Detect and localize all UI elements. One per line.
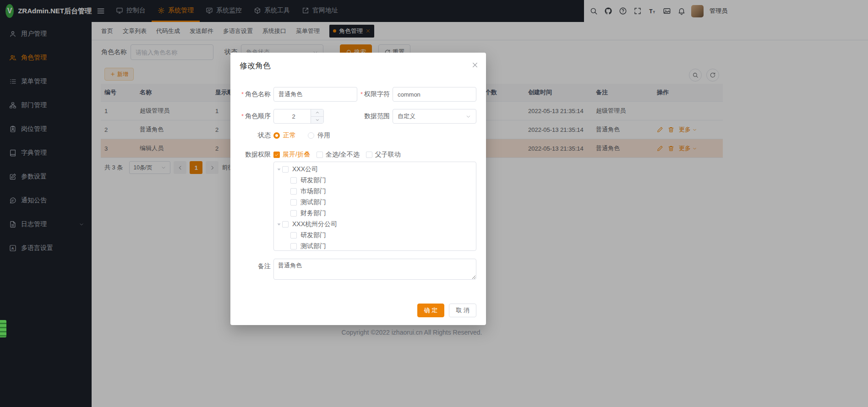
close-dialog-icon[interactable] [471,61,479,69]
status-label: 状态 [230,131,271,140]
edit-role-dialog: 修改角色 *角色名称 *权限字符 *角色顺序 数据范围 自定义 [230,53,486,325]
perm-char-label: *权限字符 [357,90,390,98]
data-perm-checkbox-expand-collapse[interactable]: 展开/折叠 [273,151,310,159]
data-scope-value: 自定义 [398,112,415,120]
perm-char-input[interactable] [393,87,476,102]
remark-textarea[interactable]: 普通角色 [273,259,476,280]
checkbox-icon [317,152,323,158]
data-scope-select[interactable]: 自定义 [393,109,476,124]
tree-node-label: 市场部门 [300,187,326,195]
increase-button[interactable] [311,109,323,117]
role-name-input[interactable] [273,87,357,102]
required-asterisk: * [360,91,363,98]
tree-node-label: 研发部门 [300,176,326,185]
tree-node-label: XXX公司 [292,165,318,174]
checkbox-icon [273,152,280,158]
dialog-header: 修改角色 [240,60,479,71]
tree-checkbox[interactable] [290,188,297,195]
tree-node-label: XXX杭州分公司 [292,220,337,228]
role-name-label: *角色名称 [230,90,271,98]
caret-down-icon[interactable] [276,221,282,228]
chevron-down-icon [465,114,471,119]
app-root: V ZRAdmin.NET后台管理 用户管理角色管理菜单管理部门管理岗位管理字典… [0,0,868,407]
tree-node[interactable]: 研发部门 [274,230,476,241]
data-perm-checkbox-parent-child[interactable]: 父子联动 [366,151,401,159]
radio-icon [273,132,280,139]
required-asterisk: * [241,91,244,98]
tree-checkbox[interactable] [290,177,297,184]
chevron-down-icon [315,118,320,122]
role-order-label: *角色顺序 [230,112,271,120]
data-perm-options: 展开/折叠全选/全不选父子联动 [273,151,407,159]
corner-widget-badge[interactable] [0,320,6,337]
status-radio-normal[interactable]: 正常 [273,131,296,140]
checkbox-icon [366,152,372,158]
stepper-buttons [311,109,323,123]
tree-node[interactable]: XXX公司 [274,164,476,175]
required-asterisk: * [241,113,244,119]
radio-icon [308,132,314,139]
status-radio-disabled[interactable]: 停用 [308,131,330,140]
tree-checkbox[interactable] [290,232,297,239]
chevron-up-icon [315,110,320,115]
tree-node-label: 研发部门 [300,231,326,239]
tree-node[interactable]: 研发部门 [274,175,476,186]
cancel-button[interactable]: 取 消 [449,304,476,317]
tree-node[interactable]: 财务部门 [274,208,476,219]
caret-down-icon[interactable] [276,166,282,173]
tree-node-label: 测试部门 [300,242,326,250]
tree-node[interactable]: XXX杭州分公司 [274,219,476,230]
tree-checkbox[interactable] [290,243,297,250]
tree-checkbox[interactable] [290,210,297,217]
tree-node[interactable]: 测试部门 [274,197,476,208]
status-radio-group: 正常停用 [273,131,342,140]
tree-checkbox[interactable] [290,199,297,206]
dialog-footer: 确 定 取 消 [417,304,476,317]
confirm-button[interactable]: 确 定 [417,304,445,317]
decrease-button[interactable] [311,117,323,124]
tree-node[interactable]: 市场部门 [274,186,476,197]
dept-tree: XXX公司研发部门市场部门测试部门财务部门XXX杭州分公司研发部门测试部门 [273,162,476,251]
data-scope-label: 数据范围 [324,112,390,120]
tree-checkbox[interactable] [282,221,289,228]
tree-checkbox[interactable] [282,166,289,173]
role-order-stepper [273,109,324,124]
data-perm-label: 数据权限 [230,151,271,159]
dialog-title: 修改角色 [240,60,271,71]
tree-node[interactable]: 测试部门 [274,241,476,251]
data-perm-checkbox-select-all[interactable]: 全选/全不选 [317,151,360,159]
tree-node-label: 财务部门 [300,209,326,217]
tree-node-label: 测试部门 [300,198,326,206]
remark-label: 备注 [230,259,271,271]
